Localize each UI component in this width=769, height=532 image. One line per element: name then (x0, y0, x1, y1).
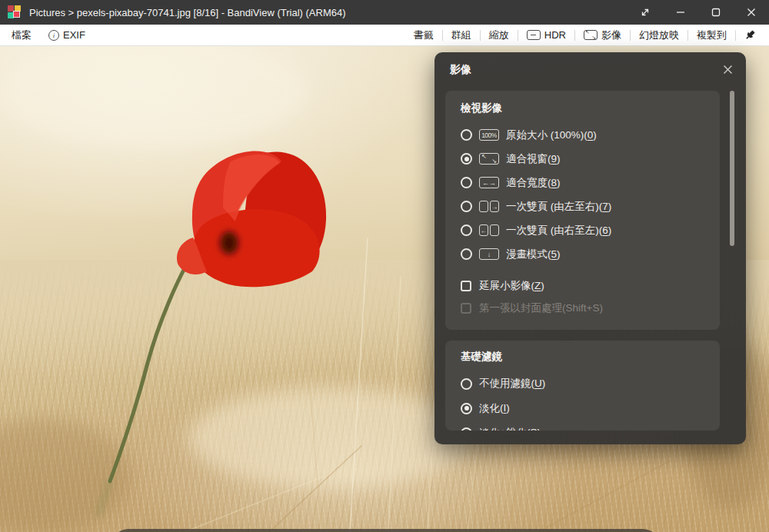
bandiview-window: Pictures > pexels-pixabay-70741.jpg [8/1… (0, 0, 769, 532)
radio (461, 153, 472, 165)
menu-slideshow[interactable]: 幻燈放映 (631, 25, 687, 46)
bottom-toolbar (112, 529, 660, 532)
size-100-icon: 100% (479, 129, 499, 141)
section-header: 檢視影像 (461, 101, 704, 115)
menu-image[interactable]: ↖↘ 影像 (575, 25, 630, 46)
fit-window-icon: ↖↘ (479, 153, 499, 165)
menu-bar: 檔案 i EXIF 書籤 群組 縮放 HDR ↖↘ 影像 (0, 25, 769, 46)
menu-file[interactable]: 檔案 (3, 25, 40, 46)
radio (461, 224, 472, 236)
checkbox (461, 303, 471, 314)
hdr-icon (527, 30, 541, 40)
option-comic-mode[interactable]: ↓ 漫畫模式(5) (461, 242, 704, 266)
option-fit-window[interactable]: ↖↘ 適合視窗(9) (461, 147, 704, 171)
comic-mode-icon: ↓ (479, 248, 499, 260)
two-page-rtl-icon: ← (479, 224, 499, 236)
radio (461, 201, 472, 212)
view-image-section: 檢視影像 100% 原始大小 (100%)(0) ↖↘ 適合視窗(9) ←→ 適… (445, 91, 720, 330)
title-bar: Pictures > pexels-pixabay-70741.jpg [8/1… (0, 0, 769, 25)
panel-scrollbar[interactable] (730, 91, 734, 246)
panel-title: 影像 (450, 63, 471, 77)
maximize-icon (711, 8, 721, 17)
menu-bookmarks[interactable]: 書籤 (405, 25, 442, 46)
option-fade[interactable]: 淡化(I) (461, 396, 704, 421)
menu-exif[interactable]: i EXIF (40, 25, 94, 46)
poppy-flower (177, 151, 326, 287)
option-original-size[interactable]: 100% 原始大小 (100%)(0) (461, 123, 704, 147)
basic-filter-section: 基礎濾鏡 不使用濾鏡(U) 淡化(I) 淡化+銳化(S) (445, 341, 720, 431)
section-header: 基礎濾鏡 (461, 350, 704, 364)
menu-copy-to[interactable]: 複製到 (688, 25, 735, 46)
minimize-icon (676, 8, 685, 17)
close-icon (747, 8, 756, 17)
fullscreen-button[interactable] (628, 0, 663, 25)
fit-width-icon: ←→ (479, 177, 499, 188)
option-stretch-small-images[interactable]: 延展小影像(Z) (461, 274, 704, 298)
radio (461, 177, 472, 188)
option-no-filter[interactable]: 不使用濾鏡(U) (461, 371, 704, 396)
pin-icon (744, 29, 756, 41)
window-title: Pictures > pexels-pixabay-70741.jpg [8/1… (29, 7, 346, 18)
panel-close-button[interactable] (720, 62, 735, 77)
menu-pin-button[interactable] (736, 25, 764, 46)
fit-window-icon: ↖↘ (584, 30, 598, 40)
fullscreen-icon (640, 7, 651, 18)
radio (461, 248, 472, 260)
menu-group[interactable]: 群組 (443, 25, 480, 46)
option-two-page-ltr[interactable]: → 一次雙頁 (由左至右)(7) (461, 195, 704, 218)
option-two-page-rtl[interactable]: ← 一次雙頁 (由右至左)(6) (461, 218, 704, 242)
option-fade-sharpen[interactable]: 淡化+銳化(S) (461, 421, 704, 431)
bandiview-logo-icon (8, 5, 22, 19)
two-page-ltr-icon: → (479, 201, 499, 212)
radio (461, 403, 472, 414)
option-fit-width[interactable]: ←→ 適合寬度(8) (461, 171, 704, 195)
image-settings-panel: 影像 檢視影像 100% 原始大小 (100%)(0) ↖↘ 適合視窗(9) ←… (434, 52, 746, 444)
close-button[interactable] (734, 0, 769, 25)
checkbox (461, 281, 471, 291)
menu-hdr[interactable]: HDR (518, 25, 574, 46)
info-icon: i (48, 30, 59, 41)
close-icon (723, 65, 733, 75)
option-first-page-as-cover: 第一張以封面處理(Shift+S) (461, 298, 704, 319)
maximize-button[interactable] (698, 0, 734, 25)
radio (461, 427, 472, 431)
radio (461, 378, 472, 390)
menu-zoom[interactable]: 縮放 (481, 25, 518, 46)
radio (461, 129, 472, 141)
minimize-button[interactable] (663, 0, 698, 25)
